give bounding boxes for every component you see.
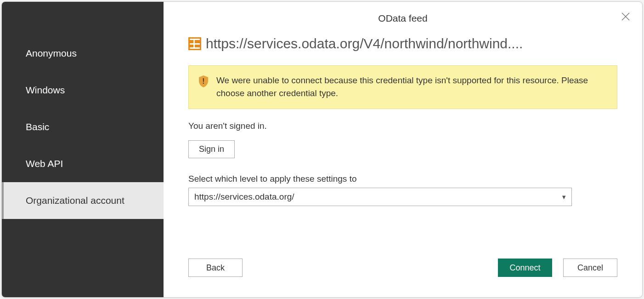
dialog-title: OData feed	[164, 13, 642, 24]
sidebar-item-anonymous[interactable]: Anonymous	[2, 35, 164, 72]
url-heading: https://services.odata.org/V4/northwind/…	[188, 36, 626, 52]
url-text: https://services.odata.org/V4/northwind/…	[206, 36, 626, 52]
sidebar-item-webapi[interactable]: Web API	[2, 145, 164, 182]
warning-banner: ! We were unable to connect because this…	[188, 65, 617, 109]
sidebar-item-label: Organizational account	[26, 195, 124, 206]
level-select[interactable]: https://services.odata.org/ ▼	[188, 188, 572, 206]
main-pane: OData feed https://services.odata.org/V4…	[164, 2, 642, 297]
auth-type-sidebar: Anonymous Windows Basic Web API Organiza…	[2, 2, 164, 297]
sidebar-item-organizational[interactable]: Organizational account	[2, 182, 164, 219]
back-button[interactable]: Back	[188, 259, 243, 277]
warning-text: We were unable to connect because this c…	[216, 75, 588, 98]
signin-status: You aren't signed in.	[188, 121, 617, 131]
sidebar-item-label: Windows	[26, 85, 65, 96]
footer-right: Connect Cancel	[498, 259, 617, 277]
odata-auth-dialog: Anonymous Windows Basic Web API Organiza…	[1, 1, 643, 298]
warning-shield-icon: !	[198, 75, 209, 88]
sidebar-item-windows[interactable]: Windows	[2, 72, 164, 109]
level-select-value: https://services.odata.org/	[194, 192, 294, 202]
level-label: Select which level to apply these settin…	[188, 174, 617, 184]
sidebar-item-label: Basic	[26, 121, 49, 132]
sidebar-item-basic[interactable]: Basic	[2, 109, 164, 145]
chevron-down-icon: ▼	[561, 194, 567, 201]
sidebar-item-label: Web API	[26, 158, 63, 169]
sidebar-item-label: Anonymous	[26, 48, 77, 59]
data-source-icon	[188, 37, 201, 50]
cancel-button[interactable]: Cancel	[563, 259, 617, 277]
svg-text:!: !	[202, 77, 204, 85]
connect-button[interactable]: Connect	[498, 259, 552, 277]
dialog-footer: Back Connect Cancel	[177, 259, 628, 277]
sign-in-button[interactable]: Sign in	[188, 140, 235, 158]
